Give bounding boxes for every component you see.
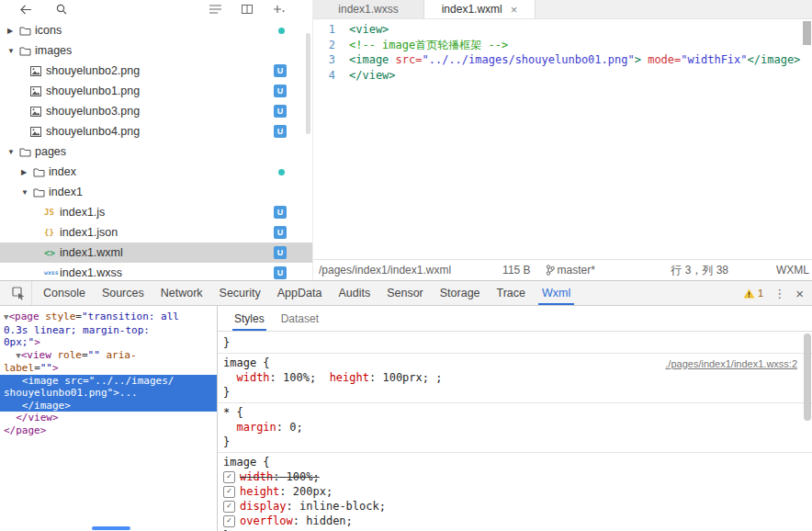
tree-file-shouyelunbo1.png[interactable]: shouyelunbo1.pngU	[0, 81, 312, 101]
devtools-menu-icon[interactable]: ⋮	[773, 287, 785, 300]
dom-tree-line[interactable]: </view>	[4, 412, 217, 424]
code-token: <!-- image首页轮播框架 -->	[349, 39, 508, 51]
dom-token: ""	[88, 349, 100, 361]
styles-tab-styles[interactable]: Styles	[227, 306, 272, 331]
styles-tab-bar: StylesDataset	[218, 306, 812, 332]
chevron-right-icon: ▶	[21, 168, 33, 176]
back-icon[interactable]	[20, 5, 32, 15]
warning-indicator[interactable]: 1	[743, 288, 763, 299]
git-branch[interactable]: master*	[546, 264, 595, 277]
code-token	[389, 53, 395, 66]
declaration-checkbox[interactable]: ✓	[223, 471, 235, 483]
dom-tree-line[interactable]: <image src="../../images/	[0, 375, 217, 388]
style-token: 0	[289, 421, 296, 434]
status-dot	[278, 28, 285, 34]
dom-tree-line[interactable]: 0.3s linear; margin-top:	[4, 324, 217, 337]
style-token: :	[279, 485, 292, 498]
close-tab-icon[interactable]: ×	[511, 4, 518, 16]
code-editor[interactable]: 1<view>2<!-- image首页轮播框架 -->3<image src=…	[313, 19, 812, 259]
search-icon[interactable]	[56, 4, 67, 15]
file-name: index1.json	[60, 226, 118, 239]
dom-tree-line[interactable]: label="">	[4, 362, 217, 375]
tree-file-index1.js[interactable]: JSindex1.jsU	[0, 202, 312, 222]
cursor-position[interactable]: 行 3，列 38	[671, 263, 728, 278]
devtools-tab-network[interactable]: Network	[152, 281, 211, 305]
code-token: </view>	[349, 69, 396, 82]
dom-token: </view>	[16, 412, 58, 424]
language-mode[interactable]: WXML	[776, 264, 809, 277]
style-token: :	[287, 500, 299, 513]
new-file-icon[interactable]	[273, 5, 285, 14]
style-token: 200px	[293, 485, 326, 498]
code-token: "widthFix"	[681, 53, 747, 66]
tree-folder-images[interactable]: ▼images	[0, 40, 312, 61]
dom-token	[4, 412, 16, 424]
editor-tab-index1.wxml[interactable]: index1.wxml×	[424, 0, 536, 18]
git-status-badge: U	[274, 64, 287, 77]
tree-folder-index[interactable]: ▶index	[0, 162, 312, 182]
style-token: ;	[310, 371, 330, 384]
devtools-tab-wxml[interactable]: Wxml	[534, 281, 579, 305]
devtools-tab-sensor[interactable]: Sensor	[378, 281, 432, 305]
editor-scrollbar[interactable]	[803, 21, 811, 45]
devtools-tabbar-right: 1 ⋮ ×	[743, 287, 812, 300]
devtools-tab-security[interactable]: Security	[211, 281, 269, 305]
style-line: ✓height: 200px;	[223, 484, 812, 499]
tree-folder-pages[interactable]: ▼pages	[0, 141, 312, 162]
split-editor-icon[interactable]	[242, 5, 253, 14]
code-token: src=	[396, 53, 423, 66]
devtools-tab-sources[interactable]: Sources	[94, 281, 152, 305]
stylesheet-link[interactable]: ./pages/index1/index1.wxss:2	[665, 356, 797, 371]
dom-tree-line[interactable]: shouyelunbo01.png">...	[0, 387, 217, 400]
dom-tree-line[interactable]: 0px;">	[4, 336, 217, 349]
git-status-badge: U	[274, 85, 287, 97]
tree-file-shouyelunbo4.png[interactable]: shouyelunbo4.pngU	[0, 121, 312, 141]
declaration-checkbox[interactable]: ✓	[223, 501, 235, 513]
style-token: image {	[223, 356, 270, 369]
devtools-close-icon[interactable]: ×	[795, 287, 804, 300]
tree-file-index1.json[interactable]: {}index1.jsonU	[0, 222, 312, 243]
devtools-tab-audits[interactable]: Audits	[330, 281, 378, 305]
styles-tab-dataset[interactable]: Dataset	[274, 306, 326, 331]
declaration: image {	[223, 455, 270, 469]
dom-tree-line[interactable]: </image>	[0, 400, 217, 412]
wxml-dom-tree: ▼<page style="transition: all0.3s linear…	[0, 306, 218, 531]
styles-scrollbar[interactable]	[804, 333, 811, 421]
dom-tree-line[interactable]: ▼<view role="" aria-	[4, 349, 217, 363]
line-number: 2	[313, 38, 349, 53]
declaration-checkbox[interactable]: ✓	[223, 515, 235, 527]
line-number: 4	[313, 68, 349, 84]
devtools-tab-storage[interactable]: Storage	[432, 281, 489, 305]
git-status-badge: U	[274, 266, 287, 279]
branch-name: master*	[558, 264, 595, 277]
tree-file-index1.wxml[interactable]: <>index1.wxmlU	[0, 243, 312, 263]
devtools-tab-appdata[interactable]: AppData	[269, 281, 331, 305]
chevron-right-icon: ▶	[7, 27, 19, 35]
dom-tree-line[interactable]: </page>	[4, 424, 217, 437]
tree-file-shouyelunbo3.png[interactable]: shouyelunbo3.pngU	[0, 101, 312, 121]
devtools-tab-trace[interactable]: Trace	[489, 281, 535, 305]
declaration-checkbox[interactable]: ✓	[223, 486, 235, 498]
file-path: /pages/index1/index1.wxml	[319, 264, 451, 277]
dom-token: ""	[40, 362, 52, 374]
tree-file-index1.wxss[interactable]: wxssindex1.wxssU	[0, 263, 312, 280]
style-token: height	[330, 371, 369, 384]
tree-file-shouyelunbo2.png[interactable]: shouyelunbo2.pngU	[0, 61, 312, 81]
tree-folder-icons[interactable]: ▶icons	[0, 20, 312, 40]
dom-tree-line[interactable]: ▼<page style="transition: all	[4, 311, 217, 324]
json-file-icon: {}	[44, 228, 60, 237]
inspect-element-icon[interactable]	[6, 281, 32, 305]
style-line: ✓display: inline-block;	[223, 499, 812, 514]
tree-scrollbar[interactable]	[306, 33, 310, 134]
dom-token: shouyelunbo01.png">...	[4, 387, 138, 399]
tree-folder-index1[interactable]: ▼index1	[0, 182, 312, 202]
line-number: 1	[313, 22, 349, 38]
style-token: 100%	[283, 371, 310, 384]
declaration: }	[223, 385, 230, 400]
dom-horizontal-scrollbar[interactable]	[92, 526, 130, 530]
devtools-tab-console[interactable]: Console	[35, 281, 94, 305]
file-name: shouyelunbo2.png	[46, 64, 140, 77]
editor-tab-index1.wxss[interactable]: index1.wxss	[313, 0, 424, 18]
outline-icon[interactable]	[209, 5, 221, 14]
style-token: display	[240, 500, 287, 513]
